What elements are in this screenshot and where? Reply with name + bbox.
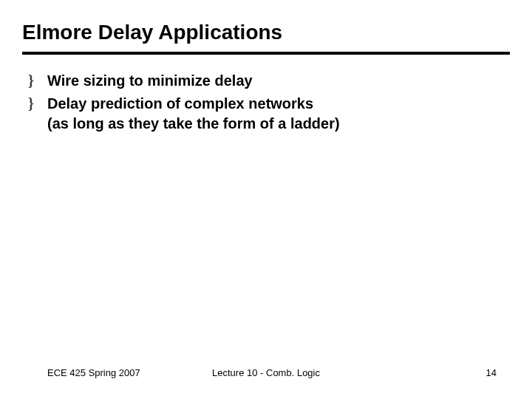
slide-title: Elmore Delay Applications	[0, 0, 532, 52]
bullet-text: Wire sizing to minimize delay	[47, 71, 253, 91]
slide-content: } Wire sizing to minimize delay } Delay …	[0, 55, 532, 134]
bullet-item: } Wire sizing to minimize delay	[28, 71, 510, 91]
bullet-icon: }	[28, 94, 47, 113]
bullet-text: Delay prediction of complex networks(as …	[47, 94, 340, 134]
slide: Elmore Delay Applications } Wire sizing …	[0, 0, 532, 399]
footer-left: ECE 425 Spring 2007	[47, 367, 140, 378]
slide-footer: ECE 425 Spring 2007 Lecture 10 - Comb. L…	[0, 367, 532, 378]
bullet-item: } Delay prediction of complex networks(a…	[28, 94, 510, 134]
footer-page-number: 14	[486, 367, 497, 378]
bullet-icon: }	[28, 71, 47, 90]
